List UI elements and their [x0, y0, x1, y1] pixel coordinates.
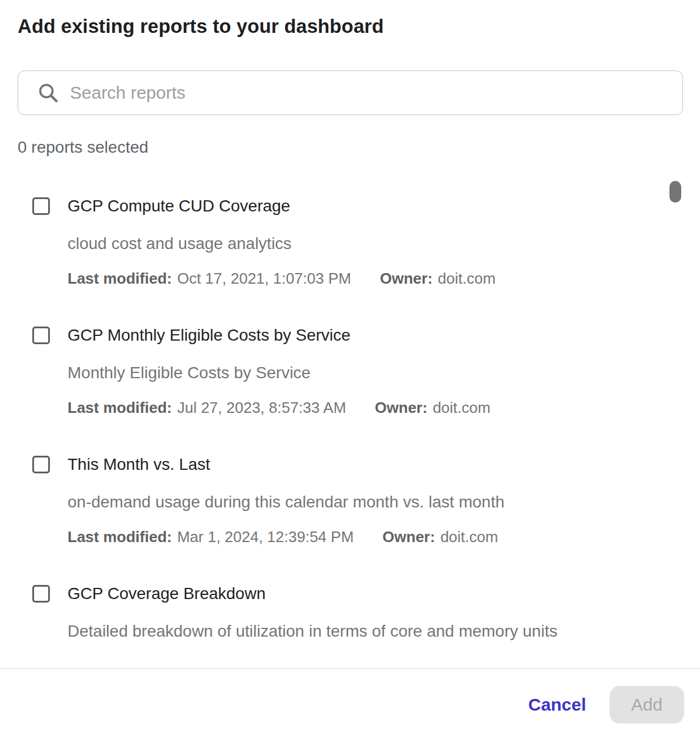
dialog-footer: Cancel Add — [0, 668, 700, 740]
owner-label: Owner: — [375, 399, 428, 416]
owner-value: doit.com — [438, 270, 496, 287]
scrollbar-thumb[interactable] — [669, 181, 681, 203]
report-title-row: This Month vs. Last — [18, 454, 683, 475]
dialog-title: Add existing reports to your dashboard — [18, 15, 384, 38]
report-list-item[interactable]: GCP Coverage Breakdown Detailed breakdow… — [18, 583, 683, 668]
last-modified-label: Last modified: — [68, 399, 172, 416]
report-title-row: GCP Compute CUD Coverage — [18, 196, 683, 217]
owner-value: doit.com — [433, 399, 490, 416]
report-checkbox[interactable] — [32, 585, 50, 603]
report-checkbox[interactable] — [32, 327, 50, 344]
report-meta: Last modified:Mar 1, 2024, 12:39:54 PMOw… — [68, 528, 683, 546]
owner-label: Owner: — [382, 528, 435, 546]
search-icon — [37, 82, 59, 104]
report-title: GCP Coverage Breakdown — [68, 584, 265, 603]
owner-label: Owner: — [380, 270, 433, 287]
last-modified-value: Jul 27, 2023, 8:57:33 AM — [177, 399, 346, 416]
search-input-container[interactable] — [18, 70, 683, 115]
report-list-item[interactable]: GCP Monthly Eligible Costs by Service Mo… — [18, 325, 683, 454]
cancel-button[interactable]: Cancel — [526, 689, 588, 721]
last-modified-label: Last modified: — [68, 270, 172, 287]
report-description: cloud cost and usage analytics — [68, 234, 683, 254]
report-meta: Last modified:Jul 27, 2023, 8:57:33 AMOw… — [68, 399, 683, 416]
last-modified-label: Last modified: — [68, 528, 172, 546]
report-list-item[interactable]: GCP Compute CUD Coverage cloud cost and … — [18, 196, 683, 325]
report-list-item[interactable]: This Month vs. Last on-demand usage duri… — [18, 454, 683, 583]
report-checkbox[interactable] — [32, 456, 50, 473]
report-title-row: GCP Monthly Eligible Costs by Service — [18, 325, 683, 346]
last-modified-value: Mar 1, 2024, 12:39:54 PM — [177, 528, 354, 546]
report-meta: Last modified:Oct 17, 2021, 1:07:03 PMOw… — [68, 270, 683, 287]
report-description: Detailed breakdown of utilization in ter… — [68, 621, 683, 641]
report-title: GCP Compute CUD Coverage — [68, 197, 290, 216]
reports-list: GCP Compute CUD Coverage cloud cost and … — [18, 196, 683, 668]
selected-count: 0 reports selected — [18, 137, 149, 157]
report-checkbox[interactable] — [32, 197, 50, 215]
owner-value: doit.com — [440, 528, 498, 546]
last-modified-value: Oct 17, 2021, 1:07:03 PM — [177, 270, 351, 287]
report-title: This Month vs. Last — [68, 455, 210, 474]
report-description: Monthly Eligible Costs by Service — [68, 363, 683, 383]
search-input[interactable] — [70, 83, 668, 103]
report-description: on-demand usage during this calendar mon… — [68, 492, 683, 512]
report-title: GCP Monthly Eligible Costs by Service — [68, 326, 351, 345]
add-button[interactable]: Add — [610, 686, 684, 724]
report-title-row: GCP Coverage Breakdown — [18, 583, 683, 604]
